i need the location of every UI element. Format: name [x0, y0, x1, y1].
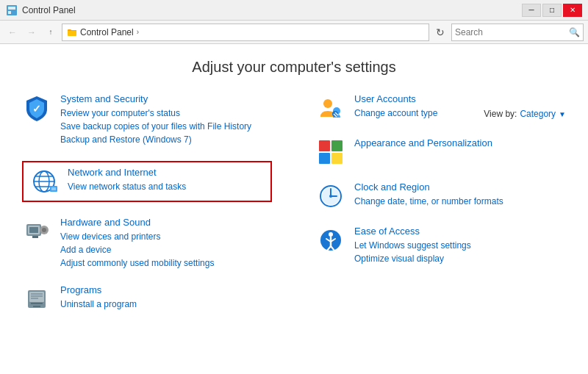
refresh-button[interactable]: ↻: [432, 24, 448, 40]
svg-rect-32: [319, 153, 330, 164]
svg-point-25: [323, 99, 332, 108]
svg-rect-1: [8, 7, 15, 10]
user-accounts-link-0[interactable]: Change account type: [354, 107, 566, 120]
address-field[interactable]: Control Panel ›: [62, 24, 429, 41]
svg-text:✓: ✓: [32, 103, 41, 115]
ease-access-icon: [316, 226, 345, 255]
window-title: Control Panel: [22, 5, 76, 15]
hardware-sound-link-1[interactable]: Add a device: [60, 243, 272, 256]
category-hardware-sound: Hardware and Sound View devices and prin…: [22, 217, 272, 270]
programs-title[interactable]: Programs: [60, 284, 272, 295]
search-box[interactable]: 🔍: [451, 24, 584, 41]
forward-button[interactable]: →: [24, 24, 40, 40]
appearance-info: Appearance and Personalization: [354, 137, 566, 151]
category-user-accounts: User Accounts Change account type: [316, 93, 566, 123]
ease-access-info: Ease of Access Let Windows suggest setti…: [354, 226, 566, 265]
hardware-sound-link-2[interactable]: Adjust commonly used mobility settings: [60, 256, 272, 270]
system-security-info: System and Security Review your computer…: [60, 93, 272, 146]
close-button[interactable]: ✕: [563, 4, 582, 17]
folder-icon: [67, 27, 77, 37]
back-button[interactable]: ←: [4, 24, 21, 40]
window-controls: ─ □ ✕: [522, 4, 582, 17]
window-icon: [6, 4, 18, 16]
right-category-column: User Accounts Change account type Appear…: [316, 93, 566, 314]
up-button[interactable]: ↑: [43, 24, 59, 40]
network-internet-link-0[interactable]: View network status and tasks: [68, 180, 265, 193]
user-accounts-title[interactable]: User Accounts: [354, 93, 566, 104]
system-security-icon: ✓: [22, 93, 51, 123]
category-network-internet: Network and Internet View network status…: [22, 161, 272, 202]
svg-point-38: [329, 195, 332, 198]
category-clock-region: Clock and Region Change date, time, or n…: [316, 181, 566, 211]
title-bar: Control Panel ─ □ ✕: [0, 0, 588, 21]
category-appearance: Appearance and Personalization: [316, 137, 566, 167]
network-internet-title[interactable]: Network and Internet: [68, 167, 265, 178]
system-security-title[interactable]: System and Security: [60, 93, 272, 104]
user-accounts-icon: [316, 93, 345, 123]
hardware-sound-title[interactable]: Hardware and Sound: [60, 217, 272, 228]
svg-rect-14: [29, 227, 38, 233]
category-ease-access: Ease of Access Let Windows suggest setti…: [316, 226, 566, 265]
address-text: Control Panel: [80, 27, 134, 37]
svg-point-40: [329, 232, 333, 237]
hardware-sound-info: Hardware and Sound View devices and prin…: [60, 217, 272, 270]
ease-access-link-1[interactable]: Optimize visual display: [354, 252, 566, 265]
programs-link-0[interactable]: Uninstall a program: [60, 298, 272, 311]
svg-rect-21: [33, 306, 40, 307]
user-accounts-info: User Accounts Change account type: [354, 93, 566, 120]
clock-region-link-0[interactable]: Change date, time, or number formats: [354, 195, 566, 208]
appearance-title[interactable]: Appearance and Personalization: [354, 137, 566, 148]
network-internet-info: Network and Internet View network status…: [68, 167, 265, 193]
minimize-button[interactable]: ─: [522, 4, 541, 17]
svg-rect-31: [331, 140, 343, 151]
search-input[interactable]: [455, 27, 569, 37]
svg-rect-17: [32, 236, 38, 238]
network-internet-icon: [29, 167, 59, 196]
category-programs: Programs Uninstall a program: [22, 284, 272, 314]
clock-region-info: Clock and Region Change date, time, or n…: [354, 181, 566, 208]
appearance-icon: [316, 137, 345, 167]
programs-icon: [22, 284, 51, 314]
search-icon: 🔍: [569, 27, 580, 37]
ease-access-title[interactable]: Ease of Access: [354, 226, 566, 237]
svg-point-16: [42, 228, 46, 232]
system-security-link-1[interactable]: Save backup copies of your files with Fi…: [60, 120, 272, 133]
clock-region-icon: [316, 181, 345, 211]
main-content: Adjust your computer's settings View by:…: [0, 44, 588, 374]
address-bar: ← → ↑ Control Panel › ↻ 🔍: [0, 21, 588, 44]
maximize-button[interactable]: □: [542, 4, 562, 17]
svg-rect-2: [8, 11, 11, 14]
system-security-link-2[interactable]: Backup and Restore (Windows 7): [60, 133, 272, 146]
hardware-sound-icon: [22, 217, 51, 246]
clock-region-title[interactable]: Clock and Region: [354, 181, 566, 193]
svg-rect-30: [319, 140, 330, 151]
page-title: Adjust your computer's settings: [22, 59, 566, 76]
category-system-security: ✓ System and Security Review your comput…: [22, 93, 272, 146]
svg-rect-19: [29, 292, 44, 302]
svg-rect-11: [51, 187, 56, 190]
programs-info: Programs Uninstall a program: [60, 284, 272, 311]
left-category-column: ✓ System and Security Review your comput…: [22, 93, 272, 314]
hardware-sound-link-0[interactable]: View devices and printers: [60, 230, 272, 243]
categories-wrapper: ✓ System and Security Review your comput…: [22, 93, 566, 314]
svg-rect-20: [31, 303, 43, 304]
ease-access-link-0[interactable]: Let Windows suggest settings: [354, 239, 566, 252]
svg-rect-3: [68, 30, 76, 36]
svg-rect-33: [331, 153, 343, 164]
system-security-link-0[interactable]: Review your computer's status: [60, 107, 272, 120]
